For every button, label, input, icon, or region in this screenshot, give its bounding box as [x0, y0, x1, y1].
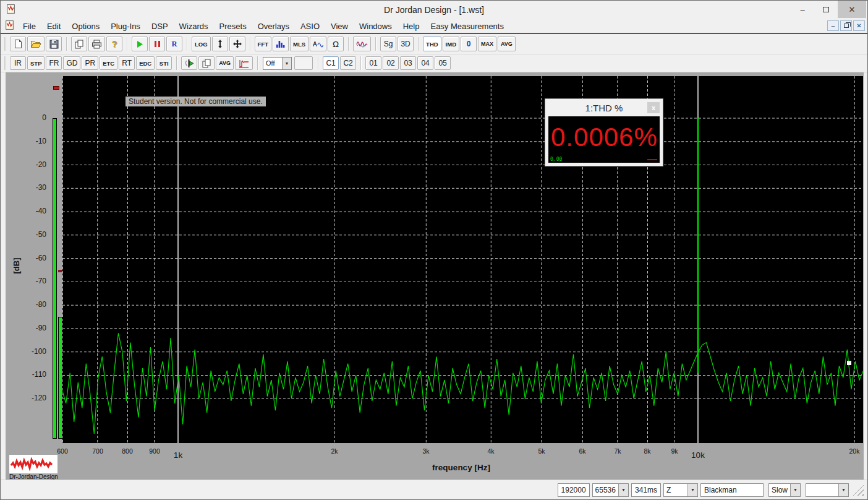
mdi-minimize-icon[interactable]: – [827, 20, 839, 31]
menu-item-view[interactable]: View [325, 21, 354, 32]
channel-2-button[interactable]: C2 [340, 56, 356, 70]
preset-05-button[interactable]: 05 [435, 56, 451, 70]
spectrum-plot[interactable]: Ch#1 Student version. Not for commercial… [62, 76, 863, 443]
new-icon [14, 39, 23, 49]
fr-button[interactable]: FR [46, 56, 62, 70]
vzoom-icon [217, 39, 223, 49]
minimize-icon[interactable]: – [791, 1, 814, 18]
x-tick-label: 5k [538, 447, 545, 455]
toolbar-grip[interactable] [4, 56, 6, 70]
menu-item-options[interactable]: Options [66, 21, 105, 32]
window-function-field: Blackman [700, 483, 764, 497]
logo-waveform-icon [9, 455, 57, 473]
toolbar-separator [348, 37, 349, 51]
toolbar-separator [250, 37, 250, 51]
help-button[interactable]: ? [106, 37, 122, 51]
pr-button[interactable]: PR [82, 56, 98, 70]
menu-item-dsp[interactable]: DSP [146, 21, 174, 32]
menu-item-asio[interactable]: ASIO [295, 21, 325, 32]
pages-icon [202, 59, 211, 68]
menu-item-edit[interactable]: Edit [41, 21, 66, 32]
toolbar-grip[interactable] [4, 37, 6, 51]
fft-button[interactable]: FFT [255, 37, 271, 51]
thd-window[interactable]: 1:THD % x 0.0006% 0.00 [545, 98, 663, 166]
menu-item-easy-measurements[interactable]: Easy Measurements [425, 21, 509, 32]
signal-generator-button[interactable]: Sg [380, 37, 396, 51]
sweep-button[interactable]: A [310, 37, 326, 51]
record-button[interactable]: R [166, 37, 182, 51]
log-scale-button[interactable]: LOG [192, 37, 211, 51]
avg-button[interactable]: AVG [498, 37, 516, 51]
cursor-marker[interactable] [847, 361, 851, 365]
sti-button[interactable]: STI [156, 56, 172, 70]
trigger-select-value: Off [263, 59, 282, 67]
fft-size-value: 65536 [593, 484, 618, 496]
trigger-select[interactable]: Off▼ [263, 57, 292, 70]
toolbar-separator [66, 37, 67, 51]
imd-button[interactable]: IMD [443, 37, 459, 51]
vertical-zoom-button[interactable] [212, 37, 228, 51]
mdi-restore-icon[interactable] [840, 20, 852, 31]
preset-04-button[interactable]: 04 [417, 56, 433, 70]
averaging-speed-value: Slow [769, 484, 790, 496]
fft-size-select[interactable]: 65536 ▼ [592, 483, 629, 497]
3d-button[interactable]: 3D [398, 37, 414, 51]
pause-button[interactable] [149, 37, 165, 51]
wavelet-button[interactable] [353, 37, 371, 51]
menu-item-file[interactable]: File [17, 21, 41, 32]
toolbar-separator [176, 56, 177, 70]
document-icon [4, 20, 15, 32]
gate-button[interactable] [181, 56, 197, 70]
menu-item-windows[interactable]: Windows [354, 21, 398, 32]
new-button[interactable] [10, 37, 26, 51]
maximize-icon[interactable] [814, 1, 838, 18]
copy-button[interactable] [71, 37, 87, 51]
mls-button[interactable]: MLS [290, 37, 308, 51]
open-button[interactable] [27, 37, 45, 51]
menu-item-presets[interactable]: Presets [214, 21, 252, 32]
etc-button[interactable]: ETC [100, 56, 117, 70]
menu-item-plug-ins[interactable]: Plug-Ins [105, 21, 146, 32]
impedance-button[interactable]: Ω [328, 37, 344, 51]
spectrum-button[interactable] [273, 37, 289, 51]
print-button[interactable] [88, 37, 105, 51]
step-response-button[interactable] [235, 56, 253, 70]
save-button[interactable] [46, 37, 62, 51]
max-button[interactable]: MAX [478, 37, 496, 51]
play-button[interactable] [132, 37, 148, 51]
toolbar-main: ?RLOGFFTMLSAΩSg3DTHDIMD0MAXAVG [1, 34, 867, 54]
level-meter-ch2 [58, 317, 62, 439]
extra-value [806, 484, 838, 496]
weighting-select[interactable]: Z ▼ [663, 483, 698, 497]
mdi-close-icon[interactable]: ✕ [853, 20, 865, 31]
gd-button[interactable]: GD [63, 56, 80, 70]
menu-item-overlays[interactable]: Overlays [252, 21, 295, 32]
weighting-value: Z [664, 484, 687, 496]
y-tick-label: -90 [11, 324, 46, 332]
menu-item-wizards[interactable]: Wizards [174, 21, 214, 32]
thd-close-icon[interactable]: x [647, 102, 660, 113]
ir-button[interactable]: IR [10, 56, 26, 70]
edc-button[interactable]: EDC [136, 56, 155, 70]
zero-button[interactable]: 0 [461, 37, 477, 51]
play-icon [136, 40, 144, 48]
extra-select[interactable]: ▼ [806, 483, 849, 497]
preset-02-button[interactable]: 02 [383, 56, 399, 70]
thd-button[interactable]: THD [423, 37, 441, 51]
trigger-level-button[interactable] [294, 56, 313, 70]
menu-item-help[interactable]: Help [398, 21, 425, 32]
copy-icon [74, 40, 84, 49]
resize-grip[interactable] [853, 485, 864, 496]
overlay-copy-button[interactable] [198, 56, 215, 70]
avg2-button[interactable]: AVG [216, 56, 234, 70]
pan-button[interactable] [229, 37, 245, 51]
rt-button[interactable]: RT [119, 56, 135, 70]
channel-1-button[interactable]: C1 [323, 56, 339, 70]
stp-button[interactable]: STP [27, 56, 45, 70]
toolbar-separator [375, 37, 376, 51]
preset-03-button[interactable]: 03 [400, 56, 416, 70]
close-icon[interactable]: ✕ [838, 1, 866, 18]
x-tick-label: 20k [849, 447, 860, 455]
averaging-speed-select[interactable]: Slow ▼ [768, 483, 801, 497]
preset-01-button[interactable]: 01 [365, 56, 381, 70]
